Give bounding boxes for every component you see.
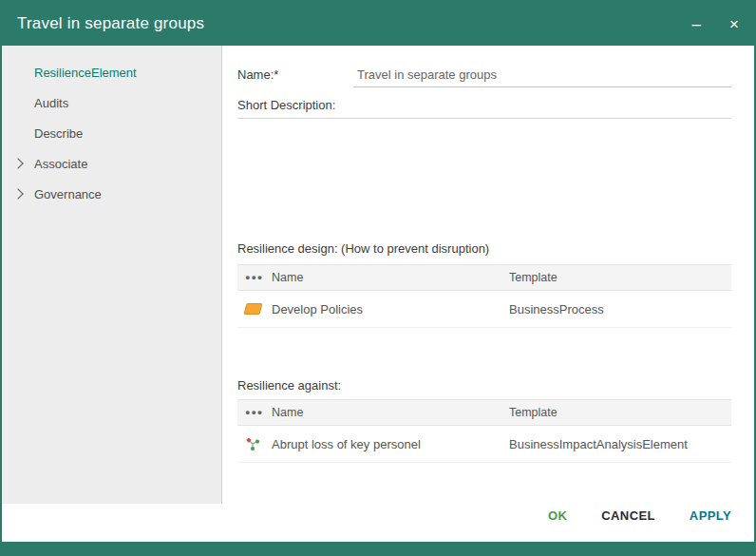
sidebar-item-label: Audits — [34, 96, 68, 110]
main-panel: Name:* Short Description: Resilience des… — [222, 46, 754, 542]
resilience-design-title: Resilience design: (How to prevent disru… — [237, 241, 489, 256]
row-template: BusinessProcess — [509, 302, 731, 316]
sidebar-item-label: Associate — [34, 157, 87, 171]
row-name: Develop Policies — [270, 302, 509, 316]
short-description-field[interactable]: Short Description: — [237, 95, 731, 119]
business-impact-icon — [245, 436, 260, 451]
ellipsis-icon[interactable]: ●●● — [245, 408, 263, 417]
name-field-row: Name:* — [237, 59, 731, 87]
resilience-against-table: ●●● Name Template Abrupt loss of key per… — [237, 399, 731, 463]
sidebar-item-label: Governance — [34, 187, 102, 201]
cancel-button[interactable]: CANCEL — [601, 508, 655, 523]
close-icon[interactable]: × — [729, 16, 739, 32]
sidebar-item-governance[interactable]: Governance — [2, 179, 221, 209]
dialog-footer: OK CANCEL APPLY — [548, 508, 731, 523]
dialog-title: Travel in separate groups — [17, 14, 204, 33]
short-description-label: Short Description: — [237, 98, 335, 118]
column-header-name: Name — [270, 271, 509, 284]
title-bar: Travel in separate groups – × — [2, 2, 754, 46]
ellipsis-icon[interactable]: ●●● — [245, 273, 263, 282]
chevron-right-icon[interactable] — [12, 158, 23, 168]
sidebar-item-associate[interactable]: Associate — [2, 148, 221, 179]
sidebar-item-audits[interactable]: Audits — [2, 87, 221, 118]
business-process-icon — [244, 303, 263, 315]
table-header: ●●● Name Template — [237, 399, 731, 426]
sidebar-item-describe[interactable]: Describe — [2, 118, 221, 148]
apply-button[interactable]: APPLY — [690, 508, 731, 523]
sidebar-item-label: Describe — [34, 126, 83, 141]
chevron-right-icon[interactable] — [12, 188, 23, 199]
ok-button[interactable]: OK — [548, 508, 567, 523]
minimize-icon[interactable]: – — [692, 16, 701, 32]
sidebar: ResilienceElement Audits Describe Associ… — [2, 46, 222, 504]
table-header: ●●● Name Template — [237, 264, 731, 291]
column-header-name: Name — [270, 406, 509, 419]
row-template: BusinessImpactAnalysisElement — [509, 437, 731, 451]
sidebar-item-resilienceelement[interactable]: ResilienceElement — [2, 57, 221, 87]
element-properties-dialog: Travel in separate groups – × Resilience… — [0, 0, 756, 556]
row-name: Abrupt loss of key personel — [270, 437, 509, 451]
name-input[interactable] — [353, 67, 731, 87]
name-label: Name:* — [237, 67, 353, 87]
window-controls: – × — [692, 16, 739, 32]
column-header-template: Template — [509, 406, 731, 419]
resilience-against-title: Resilience against: — [237, 378, 341, 393]
bottom-border-strip — [2, 542, 754, 554]
table-row[interactable]: Abrupt loss of key personel BusinessImpa… — [237, 426, 731, 463]
sidebar-item-label: ResilienceElement — [34, 66, 137, 80]
column-header-template: Template — [509, 271, 731, 284]
resilience-design-table: ●●● Name Template Develop Policies Busin… — [237, 264, 731, 328]
table-row[interactable]: Develop Policies BusinessProcess — [237, 291, 731, 328]
